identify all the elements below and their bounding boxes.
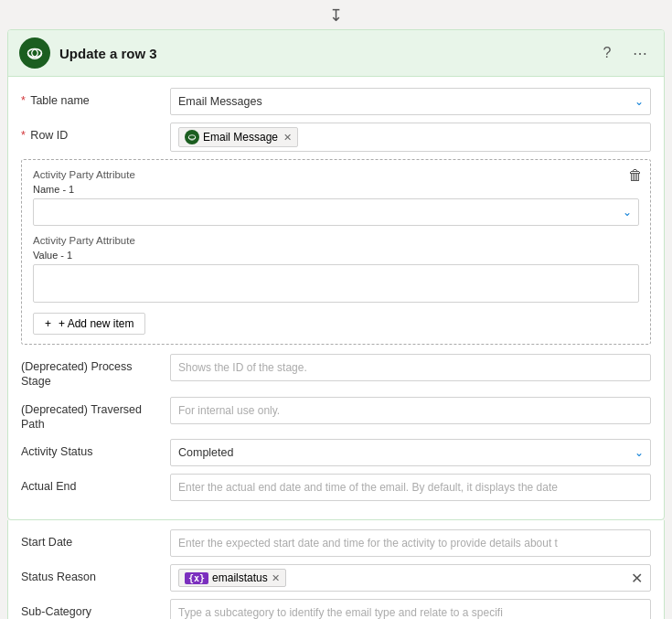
start-date-label: Start Date xyxy=(21,529,163,550)
clear-icon: ✕ xyxy=(631,571,643,586)
row-id-chip: Email Message ✕ xyxy=(178,127,298,147)
traversed-path-input[interactable] xyxy=(170,397,651,424)
sub-category-label: Sub-Category xyxy=(21,599,163,619)
row-id-label: * Row ID xyxy=(21,123,163,143)
process-stage-input[interactable] xyxy=(170,354,651,381)
emailstatus-chip-close[interactable]: ✕ xyxy=(272,572,280,584)
page-wrapper: ↧ Update a row 3 ? ⋯ xyxy=(0,0,672,619)
attr-name-select[interactable] xyxy=(33,198,639,226)
traversed-path-row: (Deprecated) Traversed Path xyxy=(21,397,651,432)
chip-dataverse-icon xyxy=(185,130,199,144)
plus-icon: + xyxy=(45,317,51,330)
help-icon: ? xyxy=(603,45,612,61)
actual-end-row: Actual End xyxy=(21,474,651,501)
attr-value-textarea[interactable] xyxy=(33,264,639,303)
help-button[interactable]: ? xyxy=(594,40,620,66)
row-id-chip-label: Email Message xyxy=(203,131,278,144)
process-stage-row: (Deprecated) Process Stage xyxy=(21,354,651,390)
emailstatus-label: emailstatus xyxy=(212,571,268,584)
emailstatus-chip: {x} emailstatus ✕ xyxy=(178,569,286,587)
ellipsis-icon: ⋯ xyxy=(633,45,647,62)
table-name-label: * Table name xyxy=(21,88,163,108)
start-date-row: Start Date xyxy=(21,529,651,557)
fx-badge: {x} xyxy=(185,572,208,584)
row-id-row: * Row ID Email Message ✕ xyxy=(21,123,651,152)
activity-status-row: Activity Status Completed ⌄ xyxy=(21,439,651,466)
attr-value-label: Activity Party Attribute xyxy=(33,235,639,246)
svg-point-1 xyxy=(188,135,196,140)
card-header: Update a row 3 ? ⋯ xyxy=(8,30,664,77)
connector-arrow: ↧ xyxy=(0,0,672,29)
sub-category-row: Sub-Category xyxy=(21,599,651,619)
row-id-chip-row[interactable]: Email Message ✕ xyxy=(170,123,651,152)
table-name-select-wrapper: Email Messages ⌄ xyxy=(170,88,651,115)
below-card-section: Start Date Status Reason {x} emailstatus… xyxy=(7,520,665,619)
actual-end-input[interactable] xyxy=(170,474,651,501)
status-reason-label: Status Reason xyxy=(21,564,163,584)
card-body: * Table name Email Messages ⌄ * Row ID xyxy=(8,77,664,519)
start-date-input[interactable] xyxy=(170,529,651,557)
attr-name-label: Activity Party Attribute xyxy=(33,169,639,180)
attr-name-select-wrapper: ⌄ xyxy=(33,198,639,226)
row-id-chip-close[interactable]: ✕ xyxy=(283,132,292,144)
actual-end-label: Actual End xyxy=(21,474,163,494)
status-reason-clear-button[interactable]: ✕ xyxy=(631,570,643,587)
trash-icon: 🗑 xyxy=(628,167,643,183)
status-reason-chip-row[interactable]: {x} emailstatus ✕ ✕ xyxy=(170,564,651,592)
status-reason-row: Status Reason {x} emailstatus ✕ ✕ xyxy=(21,564,651,592)
card-title: Update a row 3 xyxy=(59,46,585,61)
action-card: Update a row 3 ? ⋯ * Table name xyxy=(7,29,665,520)
add-new-item-button[interactable]: + + Add new item xyxy=(33,313,145,335)
attr-value-sub: Value - 1 xyxy=(33,250,639,261)
header-actions: ? ⋯ xyxy=(594,40,653,66)
attr-name-sub: Name - 1 xyxy=(33,184,639,195)
arrow-down-icon: ↧ xyxy=(329,5,343,26)
activity-party-section: 🗑 Activity Party Attribute Name - 1 ⌄ xyxy=(21,159,651,345)
activity-status-select-wrapper: Completed ⌄ xyxy=(170,439,651,466)
required-star: * xyxy=(21,94,26,107)
sub-category-input[interactable] xyxy=(170,599,651,619)
table-name-row: * Table name Email Messages ⌄ xyxy=(21,88,651,115)
table-name-select[interactable]: Email Messages xyxy=(170,88,651,115)
delete-section-button[interactable]: 🗑 xyxy=(628,167,643,184)
more-options-button[interactable]: ⋯ xyxy=(627,40,653,66)
required-star-2: * xyxy=(21,129,26,142)
dataverse-icon xyxy=(19,37,50,69)
activity-status-select[interactable]: Completed xyxy=(170,439,651,466)
status-chip-inner: {x} emailstatus ✕ xyxy=(178,569,286,587)
activity-status-label: Activity Status xyxy=(21,439,163,459)
svg-point-0 xyxy=(28,48,42,57)
process-stage-label: (Deprecated) Process Stage xyxy=(21,354,163,390)
traversed-path-label: (Deprecated) Traversed Path xyxy=(21,397,163,432)
